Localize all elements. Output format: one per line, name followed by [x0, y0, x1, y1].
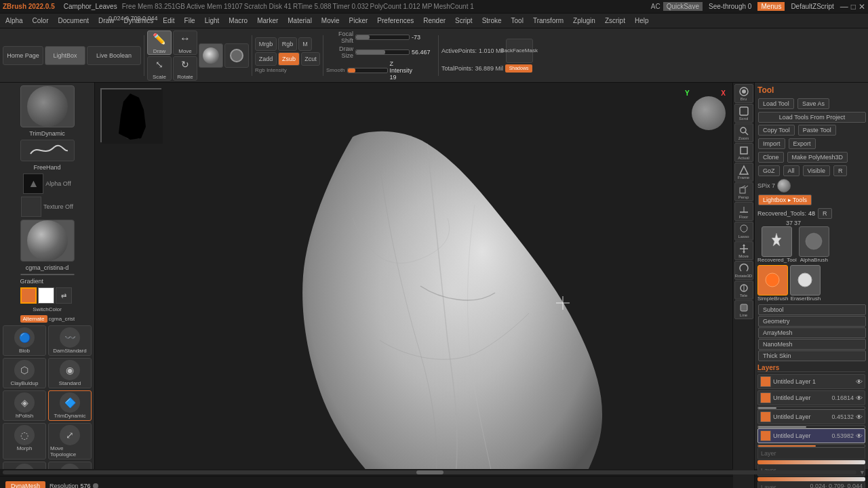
menu-light[interactable]: Light [202, 16, 222, 25]
pinch-brush[interactable]: ✦ Pinch [48, 462, 92, 469]
layer-1-eye[interactable]: 👁 [856, 378, 863, 386]
scale-btn[interactable]: ⤡ Scale [147, 56, 172, 81]
menu-help[interactable]: Help [632, 16, 652, 25]
layer-4[interactable]: Untitled Layer 0.53982 👁 [757, 428, 865, 443]
menu-color[interactable]: Color [30, 16, 52, 25]
move-topologice-brush[interactable]: ⤢ Move Topologice [48, 423, 92, 460]
arraymesh-btn[interactable]: ArrayMesh [758, 327, 866, 338]
primary-color-swatch[interactable] [20, 287, 37, 304]
menu-material[interactable]: Material [285, 16, 315, 25]
menu-stroke[interactable]: Stroke [479, 16, 505, 25]
standard-brush[interactable]: ◉ Standard [48, 358, 92, 388]
alternate-badge[interactable]: Alternate [20, 315, 47, 323]
r-btn[interactable]: R [833, 165, 848, 176]
lasso2-strip-btn[interactable]: Line [734, 300, 753, 319]
draw-btn[interactable]: ✏️ Draw [147, 30, 172, 55]
brush-preview[interactable] [20, 85, 75, 127]
menu-alpha[interactable]: Alpha [3, 16, 26, 25]
brush-strip-btn[interactable]: Bru [734, 84, 753, 103]
actual-strip-btn[interactable]: Actual [734, 143, 753, 162]
lightbox-tools-btn[interactable]: Lightbox ▸ Tools [758, 195, 812, 205]
eraser-brush-portrait[interactable]: EraserBrush [790, 265, 821, 302]
draw-size-slider[interactable] [355, 49, 410, 55]
menu-tool[interactable]: Tool [509, 16, 526, 25]
subtool-btn[interactable]: Subtool [758, 304, 866, 315]
default-zscript-btn[interactable]: DefaultZScript [787, 2, 837, 11]
load-tool-btn[interactable]: Load Tool [758, 98, 794, 109]
menu-file[interactable]: File [182, 16, 198, 25]
dam-standard-brush[interactable]: 〰️ DamStandard [48, 325, 92, 356]
export-btn[interactable]: Export [789, 138, 816, 149]
load-tools-from-project-btn[interactable]: Load Tools From Project [758, 112, 866, 123]
scroll-strip-btn[interactable]: Scrol [734, 104, 753, 123]
rgb-btn[interactable]: Rgb [278, 37, 297, 51]
menus-btn[interactable]: Menus [757, 2, 785, 11]
close-btn[interactable]: ✕ [859, 2, 865, 12]
menu-transform[interactable]: Transform [530, 16, 566, 25]
layer-3[interactable]: Untitled Layer 0.45132 👁 [757, 409, 865, 424]
mrgb-btn[interactable]: Mrgb [255, 37, 277, 51]
menu-macro[interactable]: Macro [226, 16, 250, 25]
home-page-tab[interactable]: Home Page [3, 46, 43, 65]
rotate3d-strip-btn[interactable]: Rotate3D [734, 261, 753, 280]
focal-shift-slider[interactable] [355, 35, 410, 40]
menu-edit[interactable]: Edit [160, 16, 177, 25]
h-scroll-thumb[interactable] [416, 470, 443, 474]
nanomesh-btn[interactable]: NanoMesh [758, 339, 866, 350]
move-btn[interactable]: ↔ Move [173, 30, 197, 55]
blob-brush[interactable]: 🔵 Blob [3, 325, 46, 356]
zsub-btn[interactable]: Zsub [278, 52, 300, 66]
m-btn[interactable]: M [298, 37, 312, 51]
layer-4-eye[interactable]: 👁 [856, 432, 863, 440]
zcut-btn[interactable]: Zcut [301, 52, 320, 66]
dynamesh-btn[interactable]: DynaMesh [5, 481, 45, 489]
clay-buildup-brush[interactable]: ⬡ ClayBuldup [3, 358, 46, 388]
import-btn[interactable]: Import [758, 138, 785, 149]
simple-brush-portrait[interactable]: SimpleBrush [757, 265, 788, 302]
hpolish-brush[interactable]: ◈ hPolish [3, 390, 46, 421]
live-boolean-tab[interactable]: Live Boolean [87, 46, 141, 65]
switch-color-btn[interactable]: ⇄ [56, 287, 72, 304]
menu-movie[interactable]: Movie [319, 16, 342, 25]
brush-shape1-btn[interactable] [199, 43, 223, 68]
rotate-btn[interactable]: ↻ Rotate [173, 56, 197, 81]
texture-thumb[interactable] [21, 197, 41, 217]
make-polymesh-btn[interactable]: Make PolyMesh3D [787, 152, 848, 163]
layer-2[interactable]: Untitled Layer 0.16814 👁 [757, 390, 865, 405]
goz-btn[interactable]: GoZ [758, 165, 780, 176]
axis-ball-icon[interactable] [692, 96, 726, 130]
recovered-tools-r-btn[interactable]: R [818, 208, 832, 219]
h-scroll-track[interactable] [3, 470, 856, 474]
paste-tool-btn[interactable]: Paste Tool [798, 125, 836, 136]
model-canvas[interactable] [95, 83, 732, 469]
backface-mask-btn[interactable]: BackFaceMask [506, 39, 533, 63]
lightbox-tab[interactable]: LightBox [45, 46, 85, 65]
menu-zplugin[interactable]: Zplugin [570, 16, 598, 25]
secondary-color-swatch[interactable] [38, 287, 54, 304]
menu-picker[interactable]: Picker [347, 16, 371, 25]
persp-strip-btn[interactable]: Persp [734, 182, 753, 201]
menu-document[interactable]: Document [55, 16, 92, 25]
lasso-strip-btn[interactable]: Lasso [734, 222, 753, 241]
menu-render[interactable]: Render [420, 16, 448, 25]
z-intensity-slider[interactable] [347, 68, 388, 73]
all-btn[interactable]: All [783, 165, 800, 176]
material-preview[interactable] [20, 220, 75, 262]
see-through-btn[interactable]: See-through 0 [705, 2, 755, 11]
teleport-strip-btn[interactable]: Tele [734, 281, 753, 300]
canvas-area[interactable]: X Y [95, 83, 732, 469]
menu-marker[interactable]: Marker [254, 16, 281, 25]
trim-dynamic-brush[interactable]: 🔷 TrimDynamic [48, 390, 92, 421]
move3d-strip-btn[interactable]: Move [734, 241, 753, 260]
clone-btn[interactable]: Clone [758, 152, 784, 163]
maximize-btn[interactable]: □ [851, 2, 856, 12]
shadows-btn[interactable]: Shadows [505, 64, 532, 73]
recovered-tool-portrait[interactable]: Recovered_Tool [757, 226, 797, 263]
minimize-btn[interactable]: — [840, 2, 848, 12]
geometry-btn[interactable]: Geometry [758, 316, 866, 327]
menu-script[interactable]: Script [452, 16, 475, 25]
brush-shape2-btn[interactable] [224, 43, 249, 68]
menu-zscript[interactable]: Zscript [602, 16, 628, 25]
layer-5-empty[interactable]: Layer [757, 447, 865, 460]
frame-strip-btn[interactable]: Frame [734, 163, 753, 182]
